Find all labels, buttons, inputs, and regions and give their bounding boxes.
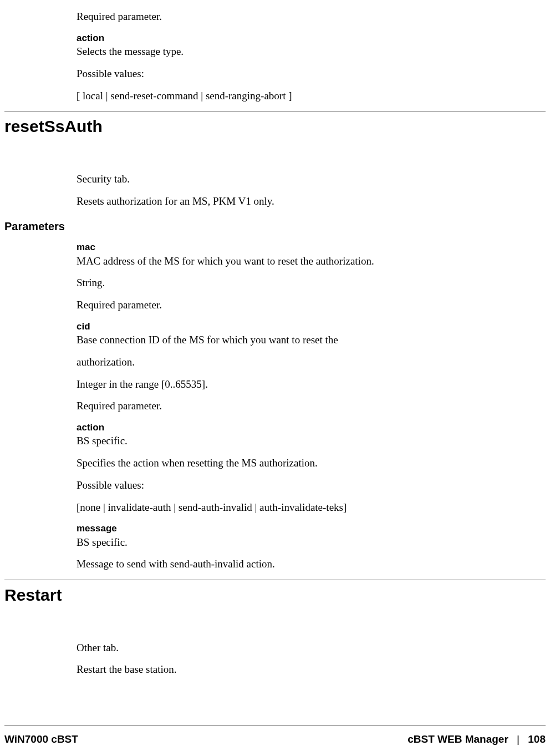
resetssauth-intro2: Resets authorization for an MS, PKM V1 o… — [77, 195, 500, 208]
param-mac-type: String. — [77, 276, 500, 290]
possible-values-label-top: Possible values: — [77, 67, 500, 80]
parameters-heading: Parameters — [4, 220, 550, 234]
page: Required parameter. action Selects the m… — [0, 0, 550, 756]
heading-restart: Restart — [4, 585, 550, 606]
param-cid-desc2: authorization. — [77, 356, 500, 369]
param-message-name: message — [77, 522, 500, 534]
page-footer: WiN7000 cBST cBST WEB Manager | 108 — [4, 733, 546, 746]
section-rule-restart — [4, 580, 546, 580]
top-required: Required parameter. — [77, 10, 500, 23]
restart-intro: Other tab. Restart the base station. — [77, 641, 500, 677]
param-message-desc2: Message to send with send-auth-invalid a… — [77, 557, 500, 571]
resetssauth-params: mac MAC address of the MS for which you … — [77, 241, 500, 571]
restart-intro1: Other tab. — [77, 641, 500, 654]
footer-rule — [4, 725, 546, 726]
footer-title: cBST WEB Manager — [408, 733, 508, 745]
param-action-desc-top: Selects the message type. — [77, 45, 500, 58]
possible-values-top: [ local | send-reset-command | send-rang… — [77, 89, 500, 103]
resetssauth-intro: Security tab. Resets authorization for a… — [77, 172, 500, 208]
footer-page: 108 — [528, 733, 546, 745]
param-message-desc1: BS specific. — [77, 536, 500, 549]
param-action-name: action — [77, 422, 500, 433]
footer-right: cBST WEB Manager | 108 — [408, 733, 546, 746]
param-cid-desc1: Base connection ID of the MS for which y… — [77, 333, 500, 347]
heading-resetssauth: resetSsAuth — [4, 116, 550, 137]
section-rule-resetssauth — [4, 111, 546, 111]
param-action-desc1: BS specific. — [77, 434, 500, 448]
param-mac-required: Required parameter. — [77, 298, 500, 312]
param-mac-desc: MAC address of the MS for which you want… — [77, 255, 500, 268]
param-mac-name: mac — [77, 241, 500, 253]
footer-sep: | — [517, 733, 520, 745]
top-fragment: Required parameter. action Selects the m… — [77, 10, 500, 102]
param-action-desc2: Specifies the action when resetting the … — [77, 456, 500, 470]
param-cid-type: Integer in the range [0..65535]. — [77, 378, 500, 391]
param-cid-name: cid — [77, 321, 500, 332]
restart-intro2: Restart the base station. — [77, 663, 500, 676]
footer-left: WiN7000 cBST — [4, 733, 78, 746]
resetssauth-intro1: Security tab. — [77, 172, 500, 186]
param-action-name-top: action — [77, 32, 500, 44]
param-action-pv: [none | invalidate-auth | send-auth-inva… — [77, 501, 500, 514]
param-cid-required: Required parameter. — [77, 399, 500, 413]
param-action-pvlabel: Possible values: — [77, 479, 500, 492]
